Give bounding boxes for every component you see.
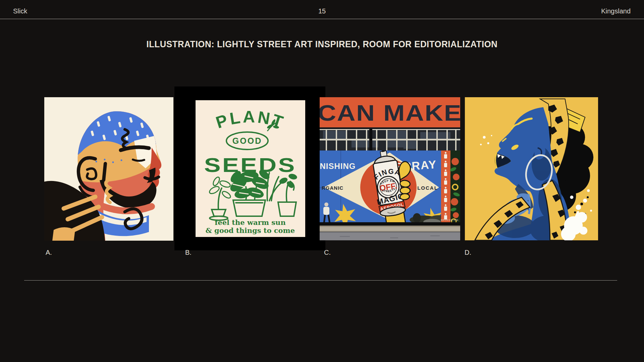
mural-small-right: LOCAL (417, 185, 438, 191)
slide-title-text: ILLUSTRATION: LIGHTLY STREET ART INSPIRE… (147, 39, 498, 50)
mural-word-left: NISHING (320, 162, 356, 171)
poster-tagline-2: & good things to come (206, 226, 295, 235)
poster-word-good: GOOD (232, 136, 262, 145)
option-c-artwork: CAN MAKE (320, 97, 460, 240)
option-a-image (44, 97, 173, 241)
mural-headline: CAN MAKE (320, 101, 460, 125)
option-c-image: CAN MAKE (320, 97, 460, 240)
mural-signature: BROKEN FIN (441, 219, 459, 221)
option-d-image (465, 97, 598, 240)
bottom-divider (24, 280, 617, 281)
header-divider (0, 19, 644, 19)
option-d-label: D. (465, 249, 471, 256)
page-number: 15 (0, 7, 644, 15)
option-b-artwork: PLANT GOOD SEEDS (196, 100, 305, 237)
option-d-artwork (465, 97, 598, 240)
option-c-label: C. (324, 249, 331, 256)
option-b-image: PLANT GOOD SEEDS (196, 100, 305, 237)
option-a-artwork (44, 97, 173, 241)
deck-client-name: Kingsland (601, 7, 631, 15)
poster-tagline-1: feel the warm sun (215, 218, 285, 227)
mural-small-left: RGANIC (322, 185, 343, 191)
option-a-label: A. (46, 249, 52, 256)
option-b-label: B. (185, 249, 192, 256)
slide-title: ILLUSTRATION: LIGHTLY STREET ART INSPIRE… (0, 39, 644, 50)
option-b-frame: PLANT GOOD SEEDS (174, 86, 325, 250)
slide: Slick 15 Kingsland ILLUSTRATION: LIGHTLY… (0, 0, 644, 362)
